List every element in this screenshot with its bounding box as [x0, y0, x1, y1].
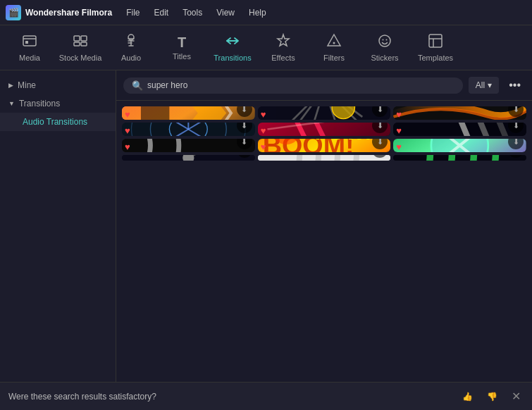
fav-icon-9: ♥	[396, 142, 402, 152]
thumbs-up-button[interactable]: 👍	[459, 390, 476, 403]
toolbar-titles[interactable]: T Titles	[158, 28, 206, 68]
toolbar-filters-label: Filters	[323, 54, 345, 62]
toolbar-media[interactable]: Media	[6, 28, 54, 68]
filters-icon	[326, 33, 342, 51]
menu-help[interactable]: Help	[243, 5, 272, 20]
grid-thumb-7	[122, 139, 255, 152]
app-logo: 🎬 Wondershare Filmora	[6, 5, 112, 20]
toolbar-stock-media-label: Stock Media	[59, 54, 102, 62]
grid-thumb-9	[393, 139, 526, 152]
grid-item-4[interactable]: ♥ ⬇ Superhero Movie Cut ...	[122, 123, 255, 136]
toolbar-audio-label: Audio	[121, 54, 141, 62]
svg-text:POW!: POW!	[315, 139, 372, 144]
toolbar-filters[interactable]: Filters	[310, 28, 358, 68]
svg-point-9	[379, 35, 390, 46]
mine-arrow-icon: ▶	[8, 82, 13, 89]
sidebar: ▶ Mine ▼ Transitions Audio Transitions	[0, 70, 116, 382]
effects-icon	[276, 33, 291, 51]
grid-item-3[interactable]: ♥ ⬇ Superhero Movie Cut ...	[393, 106, 526, 120]
grid-thumb-11	[258, 155, 391, 161]
toolbar-templates[interactable]: Templates	[412, 28, 459, 68]
grid-item-8[interactable]: BOOM! POW! ♥ ⬇ Superhero Pack Transi...	[258, 139, 391, 152]
svg-rect-5	[81, 42, 87, 46]
grid-thumb-3	[393, 106, 526, 120]
svg-point-8	[333, 42, 335, 44]
grid-item-12[interactable]: ♥ ⬇	[393, 155, 526, 161]
results-grid: ♥ ⬇ Superhero Transition 1	[116, 101, 532, 166]
grid-thumb-10	[122, 155, 255, 161]
search-input-wrapper[interactable]: 🔍	[123, 77, 463, 94]
grid-thumb-4	[122, 123, 255, 136]
transitions-icon	[225, 33, 240, 51]
grid-item-7[interactable]: ♥ ⬇ Superhero Movie Cut ...	[122, 139, 255, 152]
transitions-arrow-icon: ▼	[8, 100, 15, 107]
stickers-icon	[377, 33, 392, 51]
fav-icon-1: ♥	[125, 109, 130, 120]
search-input[interactable]	[147, 80, 454, 90]
svg-rect-38	[122, 139, 255, 152]
app-logo-icon: 🎬	[6, 5, 21, 20]
svg-marker-7	[328, 35, 340, 46]
svg-rect-12	[429, 35, 442, 47]
svg-rect-1	[25, 41, 28, 44]
fav-icon-7: ♥	[125, 142, 130, 152]
toolbar-transitions[interactable]: Transitions	[209, 28, 256, 68]
grid-item-10[interactable]: ♥ ⬇	[122, 155, 255, 161]
menu-view[interactable]: View	[211, 5, 240, 20]
grid-thumb-5	[258, 123, 391, 136]
fav-icon-10: ♥	[125, 158, 130, 161]
main-layout: ▶ Mine ▼ Transitions Audio Transitions 🔍…	[0, 70, 532, 382]
media-icon	[22, 33, 37, 51]
grid-item-5[interactable]: ♥ ⬇ Superhero Movie Cut ...	[258, 123, 391, 136]
menu-file[interactable]: File	[120, 5, 145, 20]
thumbs-down-button[interactable]: 👎	[484, 390, 500, 403]
more-options-button[interactable]: •••	[505, 76, 525, 94]
svg-point-46	[183, 155, 194, 161]
grid-thumb-8: BOOM! POW!	[258, 139, 391, 152]
sidebar-audio-transitions-label: Audio Transitions	[23, 117, 87, 127]
filter-arrow-icon: ▾	[488, 80, 492, 90]
svg-point-11	[386, 39, 388, 41]
toolbar-effects[interactable]: Effects	[259, 28, 307, 68]
menu-tools[interactable]: Tools	[177, 5, 208, 20]
grid-item-9[interactable]: ♥ ⬇ Super Dad Transition 02	[393, 139, 526, 152]
svg-rect-4	[74, 42, 80, 46]
grid-item-2[interactable]: ♥ ⬇ Superhero Movie Cut ...	[258, 106, 391, 120]
feedback-bar: Were these search results satisfactory? …	[0, 382, 532, 410]
filter-button[interactable]: All ▾	[469, 77, 499, 94]
grid-thumb-6	[393, 123, 526, 136]
toolbar-stickers-label: Stickers	[371, 54, 398, 62]
titles-icon: T	[178, 35, 186, 49]
toolbar-stock-media[interactable]: Stock Media	[56, 28, 104, 68]
svg-rect-15	[258, 106, 391, 120]
grid-item-11[interactable]: ⬇	[258, 155, 391, 161]
fav-icon-8: ♥	[261, 142, 266, 152]
fav-icon-2: ♥	[261, 109, 266, 120]
toolbar: Media Stock Media Audio T Titles	[0, 25, 532, 70]
sidebar-item-transitions[interactable]: ▼ Transitions	[0, 94, 116, 113]
grid-item-1[interactable]: ♥ ⬇ Superhero Transition 1	[122, 106, 255, 120]
menu-bar: 🎬 Wondershare Filmora File Edit Tools Vi…	[0, 0, 532, 25]
toolbar-titles-label: Titles	[173, 52, 191, 61]
sidebar-mine-label: Mine	[18, 80, 36, 90]
grid-thumb-1	[122, 106, 255, 120]
grid-item-6[interactable]: ♥ ⬇ Superhero Movie Cut ...	[393, 123, 526, 136]
sidebar-item-audio-transitions[interactable]: Audio Transitions	[0, 113, 116, 131]
svg-point-10	[383, 39, 384, 41]
grid-thumb-2	[258, 106, 391, 120]
toolbar-audio[interactable]: Audio	[107, 28, 155, 68]
filter-label: All	[476, 80, 485, 90]
toolbar-stickers[interactable]: Stickers	[361, 28, 409, 68]
grid-thumb-12	[393, 155, 526, 161]
fav-icon-6: ♥	[396, 125, 402, 136]
svg-rect-0	[23, 36, 36, 46]
svg-rect-3	[81, 36, 87, 41]
sidebar-item-mine[interactable]: ▶ Mine	[0, 76, 116, 94]
search-bar: 🔍 All ▾ •••	[116, 70, 532, 101]
svg-rect-47	[258, 155, 391, 161]
feedback-close-button[interactable]: ✕	[509, 388, 524, 404]
fav-icon-5: ♥	[261, 125, 266, 136]
menu-edit[interactable]: Edit	[148, 5, 174, 20]
svg-rect-2	[74, 36, 80, 41]
toolbar-transitions-label: Transitions	[214, 54, 251, 62]
